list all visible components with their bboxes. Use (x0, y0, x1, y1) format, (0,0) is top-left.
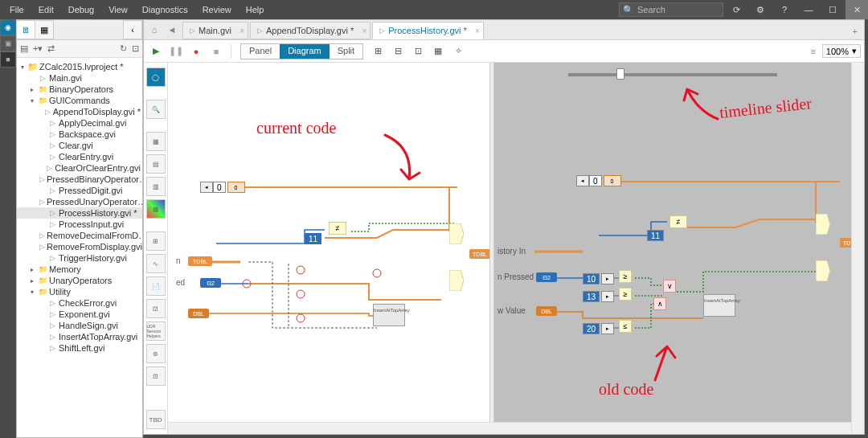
tree-item[interactable]: ▷ProcessInput.gvi (17, 219, 142, 230)
tree-item[interactable]: ▷PressedBinaryOperator… (17, 174, 142, 185)
minimize-button[interactable]: — (797, 0, 820, 19)
terminal-dbl[interactable]: DBL (188, 309, 209, 318)
tree-item[interactable]: ▷Exponent.gvi (17, 309, 142, 320)
tree-item[interactable]: ▷AppendToDisplay.gvi * (17, 106, 142, 117)
subvi-insertattoparray[interactable]: InsertAtTopArray (703, 294, 735, 317)
terminal-tdbl[interactable]: TDBL (840, 238, 851, 248)
tree-item[interactable]: ▷PressedDigit.gvi (17, 185, 142, 196)
tree-item[interactable]: ▷RemoveFromDisplay.gvi (17, 241, 142, 252)
numeric-constant[interactable]: 20▸ (583, 323, 614, 334)
tree-root[interactable]: ▾📁 ZCalc2015.lvproject * (17, 61, 142, 72)
palette-search-icon[interactable]: 🔍 (146, 100, 166, 119)
close-tab-icon[interactable]: × (240, 27, 244, 35)
palette-item[interactable]: ▤ (146, 154, 166, 174)
palette-item[interactable]: ∿ (146, 254, 166, 273)
align-left-icon[interactable]: ⊞ (369, 43, 387, 60)
maximize-button[interactable]: ☐ (821, 0, 844, 19)
tree-item[interactable]: ▷Backspace.gvi (17, 129, 142, 140)
palette-item[interactable]: ⊞ (146, 231, 166, 251)
palette-item[interactable]: ⊜ (146, 344, 166, 363)
palette-udr[interactable]: UDR Session Helpers (146, 321, 166, 341)
tree-item[interactable]: ▸📁UnaryOperators (17, 275, 142, 286)
tree-item[interactable]: ▷ApplyDecimal.gvi (17, 117, 142, 129)
terminal-i32[interactable]: I32 (536, 272, 557, 282)
view-split[interactable]: Split (330, 44, 362, 59)
palette-item[interactable]: ▦ (146, 132, 166, 151)
select-node[interactable] (449, 223, 464, 244)
settings-icon[interactable]: ⊡ (132, 43, 139, 54)
tree-item[interactable]: ▷InsertAtTopArray.gvi (17, 331, 142, 342)
cleanup-icon[interactable]: ✧ (449, 43, 467, 60)
project-tab-other-icon[interactable]: ▦ (35, 20, 54, 39)
or-node[interactable]: ∨ (663, 280, 676, 293)
terminal-tdbl[interactable]: TDBL (469, 249, 489, 259)
nav-home-icon[interactable]: ⌂ (145, 22, 163, 38)
distribute-icon[interactable]: ⊡ (409, 43, 427, 60)
record-button[interactable]: ● (187, 43, 205, 60)
tree-item[interactable]: ▷HandleSign.gvi (17, 320, 142, 331)
gear-icon[interactable]: ⚙ (749, 0, 772, 19)
close-tab-icon[interactable]: × (362, 27, 366, 35)
tree-item[interactable]: ▾📁Utility (17, 286, 142, 297)
add-tab-button[interactable]: + (846, 23, 864, 39)
tree-item[interactable]: ▷PressedUnaryOperator… (17, 196, 142, 207)
add-icon[interactable]: +▾ (33, 43, 43, 54)
align-top-icon[interactable]: ⊟ (389, 43, 407, 60)
run-button[interactable]: ▶ (147, 43, 165, 60)
document-tab[interactable]: ▷AppendToDisplay.gvi *× (250, 22, 371, 39)
menu-help[interactable]: Help (240, 2, 271, 17)
palette-item[interactable]: ▦ (146, 199, 166, 219)
view-diagram[interactable]: Diagram (280, 44, 330, 59)
search-box[interactable]: 🔍 Search (619, 2, 723, 17)
menu-view[interactable]: View (102, 2, 134, 17)
tree-item[interactable]: ▷CheckError.gvi (17, 297, 142, 309)
collapse-panel-icon[interactable]: ‹ (123, 20, 142, 39)
tree-item[interactable]: ▷Clear.gvi (17, 140, 142, 151)
link-icon[interactable]: ⇄ (47, 43, 55, 54)
select-node[interactable] (816, 214, 830, 235)
document-tab[interactable]: ▷Main.gvi× (182, 22, 248, 39)
palette-tbd[interactable]: TBD (146, 410, 166, 429)
horizontal-scrollbar[interactable] (168, 422, 851, 434)
tree-item[interactable]: ▷RemoveDecimalFromD… (17, 230, 142, 241)
close-button[interactable]: ✕ (845, 0, 868, 19)
project-tab-files-icon[interactable]: 🗎 (16, 20, 35, 39)
select-node[interactable] (816, 260, 830, 281)
nav-back-icon[interactable]: ◄ (163, 22, 181, 38)
tree-item[interactable]: ▷TriggerHistory.gvi (17, 252, 142, 264)
tree-item[interactable]: ▷ProcessHistory.gvi * (17, 207, 142, 219)
pause-button[interactable]: ❚❚ (167, 43, 185, 60)
tree-item[interactable]: ▷Main.gvi (17, 72, 142, 84)
document-tab[interactable]: ▷ProcessHistory.gvi *× (372, 22, 484, 39)
compare-ge-node[interactable]: ≥ (619, 270, 632, 283)
menu-edit[interactable]: Edit (32, 2, 60, 17)
nav-files-icon[interactable]: ▣ (0, 35, 16, 51)
numeric-constant[interactable]: 10▸ (583, 273, 614, 284)
terminal-tdbl[interactable]: TDBL (188, 256, 212, 266)
select-node[interactable] (449, 270, 464, 291)
palette-item[interactable]: ▥ (146, 177, 166, 196)
menu-debug[interactable]: Debug (62, 2, 100, 17)
subvi-insertattoparray[interactable]: InsertAtTopArray (373, 304, 405, 326)
view-panel[interactable]: Panel (241, 44, 280, 59)
sync-icon[interactable]: ⟳ (725, 0, 747, 19)
ruler-icon[interactable]: ≡ (810, 47, 815, 56)
menu-file[interactable]: File (3, 2, 31, 17)
compare-le-node[interactable]: ≤ (619, 320, 632, 333)
diagram-canvas-old[interactable]: ◂00 11 10▸ 13▸ 20▸ ≠ ≥ ≥ ≤ ∨ ∧ TDBL I32 … (494, 63, 851, 434)
close-tab-icon[interactable]: × (475, 27, 480, 35)
tree-item[interactable]: ▷ClearEntry.gvi (17, 151, 142, 162)
group-icon[interactable]: ▦ (429, 43, 447, 60)
tree-item[interactable]: ▷ShiftLeft.gvi (17, 342, 142, 354)
numeric-constant[interactable]: ◂00 (199, 182, 245, 193)
compare-node[interactable]: ≠ (329, 222, 346, 235)
project-tree[interactable]: ▾📁 ZCalc2015.lvproject * ▷Main.gvi▸📁Bina… (17, 58, 142, 436)
refresh-icon[interactable]: ↻ (120, 43, 127, 54)
help-icon[interactable]: ? (773, 0, 796, 19)
tree-item[interactable]: ▷ClearOrClearEntry.gvi (17, 162, 142, 174)
compare-node[interactable]: ≠ (669, 215, 687, 228)
diagram-canvas-current[interactable]: ◂00 11 ≠ TDBL TDBL I32 DBL InsertAtTopAr… (168, 63, 489, 434)
compare-ge-node[interactable]: ≥ (619, 288, 632, 301)
vertical-scrollbar[interactable] (851, 63, 864, 434)
tree-item[interactable]: ▾📁GUICommands (17, 95, 142, 106)
